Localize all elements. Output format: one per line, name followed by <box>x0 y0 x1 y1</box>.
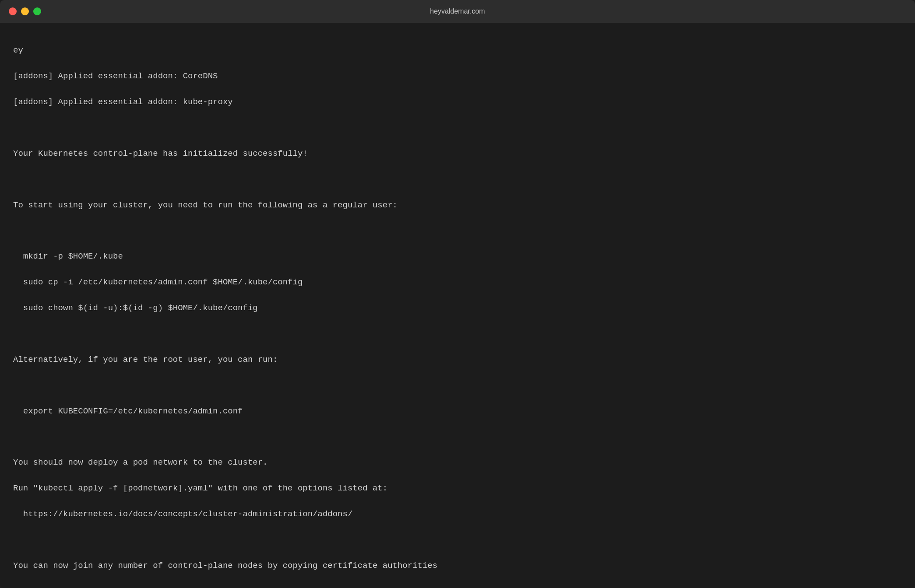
terminal-window: heyvaldemar.com ey [addons] Applied esse… <box>0 0 915 588</box>
output-line: export KUBECONFIG=/etc/kubernetes/admin.… <box>13 405 902 418</box>
output-line: sudo chown $(id -u):$(id -g) $HOME/.kube… <box>13 302 902 315</box>
maximize-button[interactable] <box>33 7 41 15</box>
output-line: sudo cp -i /etc/kubernetes/admin.conf $H… <box>13 276 902 289</box>
output-line: To start using your cluster, you need to… <box>13 199 902 212</box>
traffic-lights <box>9 7 41 15</box>
output-line: Your Kubernetes control-plane has initia… <box>13 147 902 160</box>
output-line: and service account keys on each node an… <box>13 585 902 588</box>
output-line: Alternatively, if you are the root user,… <box>13 354 902 366</box>
output-line <box>13 431 902 444</box>
titlebar: heyvaldemar.com <box>0 0 915 23</box>
output-line <box>13 225 902 238</box>
output-line <box>13 328 902 340</box>
output-line: https://kubernetes.io/docs/concepts/clus… <box>13 508 902 521</box>
output-line: [addons] Applied essential addon: CoreDN… <box>13 70 902 83</box>
output-line: [addons] Applied essential addon: kube-p… <box>13 96 902 108</box>
close-button[interactable] <box>9 7 17 15</box>
window-title: heyvaldemar.com <box>430 7 485 15</box>
output-line: You should now deploy a pod network to t… <box>13 456 902 469</box>
output-line: mkdir -p $HOME/.kube <box>13 250 902 263</box>
output-line <box>13 534 902 546</box>
output-line: ey <box>13 44 902 57</box>
output-line: You can now join any number of control-p… <box>13 560 902 572</box>
output-line <box>13 379 902 392</box>
output-line <box>13 173 902 186</box>
minimize-button[interactable] <box>21 7 29 15</box>
terminal-body[interactable]: ey [addons] Applied essential addon: Cor… <box>0 23 915 588</box>
output-line: Run "kubectl apply -f [podnetwork].yaml"… <box>13 482 902 495</box>
output-line <box>13 122 902 134</box>
